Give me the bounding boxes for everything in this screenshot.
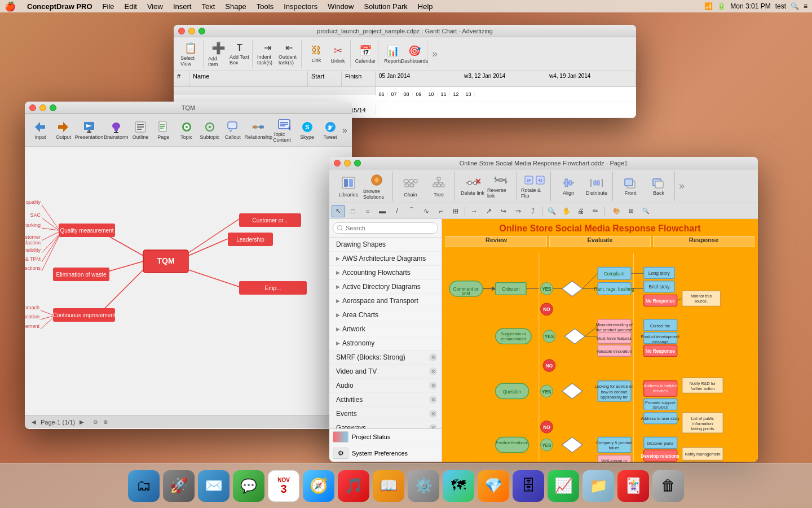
draw-pen-btn[interactable]: ✏	[589, 205, 602, 217]
menu-tools[interactable]: Tools	[252, 0, 278, 12]
draw-zoom-in-btn[interactable]: 🔍	[545, 205, 558, 217]
dock-flashcard[interactable]: 🃏	[617, 470, 649, 502]
fc-delete-link-btn[interactable]: Delete link	[459, 173, 486, 200]
gantt-add-item-btn[interactable]: ➕ Add Item	[208, 42, 228, 67]
menubar-notif[interactable]: ≡	[804, 2, 807, 10]
draw-grid-btn[interactable]: ⊞	[449, 205, 462, 217]
draw-hand-btn[interactable]: ✋	[559, 205, 573, 217]
fc-chain-btn[interactable]: Chain	[397, 173, 424, 200]
apple-menu[interactable]: 🍎	[5, 1, 16, 12]
dock-files[interactable]: 📁	[582, 470, 614, 502]
gantt-add-text-btn[interactable]: T Add Text Box	[230, 42, 250, 67]
fc-distribute-btn[interactable]: Distribute	[583, 173, 610, 200]
draw-conn4-btn[interactable]: ⇒	[511, 205, 525, 217]
gantt-min-btn[interactable]	[188, 28, 195, 34]
dock-trash[interactable]: 🗑	[652, 470, 684, 502]
audio-close-icon[interactable]: ✕	[429, 382, 437, 389]
fc-back-btn[interactable]: Back	[645, 173, 672, 200]
sidebar-item-gateways[interactable]: Gateways ✕	[329, 421, 442, 428]
tqm-relationship-btn[interactable]: Relationship	[245, 116, 272, 145]
draw-conn3-btn[interactable]: ↪	[497, 205, 510, 217]
tqm-brainstorm-btn[interactable]: Brainstorm	[104, 116, 129, 145]
tqm-subtopic-btn[interactable]: Subtopic	[198, 116, 220, 145]
gantt-max-btn[interactable]	[198, 28, 205, 34]
menu-edit[interactable]: Edit	[120, 0, 142, 12]
smrf-close-icon[interactable]: ✕	[429, 353, 437, 361]
tqm-min-btn[interactable]	[39, 104, 46, 111]
draw-conn5-btn[interactable]: ⤴	[526, 205, 540, 217]
fc-front-btn[interactable]: Front	[617, 173, 644, 200]
flowchart-min-btn[interactable]	[344, 160, 351, 167]
sidebar-item-video[interactable]: Video and TV ✕	[329, 365, 442, 379]
dock-mail[interactable]: ✉️	[198, 470, 230, 502]
gantt-more-icon[interactable]: »	[432, 48, 438, 60]
sidebar-item-activities[interactable]: Activities ✕	[329, 393, 442, 407]
tqm-tweet-btn[interactable]: Tweet	[319, 116, 341, 145]
tqm-topic-btn[interactable]: Topic	[175, 116, 197, 145]
gantt-dashboards-btn[interactable]: 🎯 Dashboards	[404, 42, 425, 67]
gantt-close-btn[interactable]	[178, 28, 185, 34]
menu-text[interactable]: Text	[197, 0, 219, 12]
gantt-outdent-btn[interactable]: ⇤ Outdent task(s)	[279, 42, 299, 67]
fc-rotate-btn[interactable]: ⟳ ⟲ Rotate & Flip	[521, 173, 548, 200]
sidebar-item-active-dir[interactable]: ▶ Active Directory Diagrams	[329, 280, 442, 294]
tqm-page-btn[interactable]: Page	[152, 116, 174, 145]
menu-window[interactable]: Window	[323, 0, 358, 12]
dock-books[interactable]: 📖	[373, 470, 404, 502]
tqm-output-btn[interactable]: Output	[52, 116, 74, 145]
sidebar-item-aerospace[interactable]: ▶ Aerospace and Transport	[329, 294, 442, 308]
gateways-close-icon[interactable]: ✕	[429, 424, 437, 428]
dock-activity[interactable]: 📈	[548, 470, 579, 502]
gantt-view-btn[interactable]: 📋 Select View	[180, 42, 201, 67]
draw-conn1-btn[interactable]: →	[467, 205, 481, 217]
sidebar-item-smrf[interactable]: SMRF (Blocks: Strong) ✕	[329, 351, 442, 365]
flowchart-max-btn[interactable]	[354, 160, 361, 167]
fc-reverse-link-btn[interactable]: Reverse link	[487, 173, 514, 200]
draw-rect-btn[interactable]: □	[346, 205, 360, 217]
draw-slash-btn[interactable]: /	[390, 205, 404, 217]
dock-maps[interactable]: 🗺	[443, 470, 474, 502]
tqm-skype-btn[interactable]: S Skype	[296, 116, 318, 145]
tqm-input-btn[interactable]: Input	[29, 116, 51, 145]
sidebar-item-audio[interactable]: Audio ✕	[329, 379, 442, 393]
menu-solution-park[interactable]: Solution Park	[359, 0, 412, 12]
tqm-presentation-btn[interactable]: Presentation	[76, 116, 103, 145]
draw-arc-btn[interactable]: ⌒	[405, 205, 418, 217]
dock-db[interactable]: 🗄	[513, 470, 544, 502]
tqm-close-btn[interactable]	[29, 104, 36, 111]
dock-music[interactable]: 🎵	[338, 470, 369, 502]
tqm-more-btn[interactable]: »	[342, 125, 347, 135]
activities-close-icon[interactable]: ✕	[429, 396, 437, 404]
menu-app-name[interactable]: ConceptDraw PRO	[23, 0, 97, 12]
draw-ellipse-btn[interactable]: ○	[361, 205, 374, 217]
fc-more-icon[interactable]: »	[679, 180, 685, 192]
draw-search-btn[interactable]: 🔍	[639, 205, 652, 217]
gantt-unlink-btn[interactable]: ✂ Unlink	[328, 42, 348, 67]
gantt-reports-btn[interactable]: 📊 Reports	[383, 42, 403, 67]
sidebar-project-status[interactable]: Project Status	[329, 429, 442, 445]
sidebar-item-area-charts[interactable]: ▶ Area Charts	[329, 308, 442, 322]
fc-browse-btn[interactable]: Browse Solutions	[363, 173, 390, 200]
menubar-search[interactable]: 🔍	[791, 2, 799, 10]
gantt-link-btn[interactable]: ⛓ Link	[306, 42, 326, 67]
gantt-indent-btn[interactable]: ⇥ Indent task(s)	[257, 42, 277, 67]
events-close-icon[interactable]: ✕	[429, 410, 437, 418]
dock-sketch[interactable]: 💎	[478, 470, 509, 502]
tqm-outline-btn[interactable]: Outline	[129, 116, 151, 145]
dock-launchpad[interactable]: 🚀	[163, 470, 195, 502]
fc-tree-btn[interactable]: Tree	[425, 173, 452, 200]
tqm-next-page[interactable]: ▶	[77, 418, 86, 427]
search-input[interactable]	[333, 222, 438, 234]
tqm-page-up[interactable]: ⊕	[101, 418, 110, 427]
tqm-callout-btn[interactable]: Callout	[222, 116, 244, 145]
fc-align-btn[interactable]: Align	[555, 173, 582, 200]
draw-select-btn[interactable]: ↖	[332, 205, 345, 217]
sidebar-item-aws[interactable]: ▶ AWS Architecture Diagrams	[329, 252, 442, 266]
tqm-page-down[interactable]: ⊖	[91, 418, 100, 427]
flowchart-close-btn[interactable]	[334, 160, 341, 167]
video-close-icon[interactable]: ✕	[429, 367, 437, 375]
draw-grid2-btn[interactable]: ⊞	[624, 205, 638, 217]
tqm-prev-page[interactable]: ◀	[29, 418, 38, 427]
draw-print-btn[interactable]: 🖨	[574, 205, 588, 217]
gantt-calendar-btn[interactable]: 📅 Calendar	[355, 42, 376, 67]
